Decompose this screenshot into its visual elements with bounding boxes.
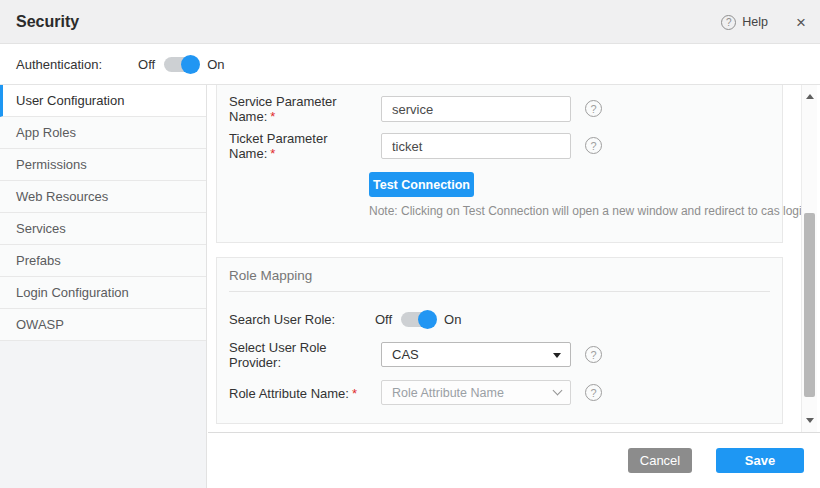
window-header: Security ? Help ×: [0, 0, 820, 44]
user-role-provider-value: CAS: [392, 347, 419, 362]
ticket-parameter-input[interactable]: [381, 133, 571, 159]
scroll-down-icon[interactable]: [806, 418, 814, 423]
ticket-parameter-help[interactable]: ?: [585, 137, 602, 154]
sidebar-item-prefabs[interactable]: Prefabs: [0, 245, 206, 277]
role-mapping-title: Role Mapping: [229, 268, 312, 283]
user-role-provider-label: Select User Role Provider:: [229, 340, 369, 370]
sidebar-item-login-configuration[interactable]: Login Configuration: [0, 277, 206, 309]
sidebar-item-permissions[interactable]: Permissions: [0, 149, 206, 181]
help-circle-icon: ?: [585, 100, 602, 117]
authentication-bar: Authentication: Off On: [0, 44, 820, 85]
search-user-role-toggle[interactable]: [401, 312, 435, 327]
authentication-toggle[interactable]: [164, 57, 198, 72]
search-user-role-label: Search User Role:: [229, 312, 369, 327]
sidebar-item-app-roles[interactable]: App Roles: [0, 117, 206, 149]
required-mark: *: [352, 386, 357, 401]
help-circle-icon: ?: [585, 137, 602, 154]
close-icon[interactable]: ×: [796, 14, 806, 31]
user-role-provider-select[interactable]: CAS: [381, 342, 571, 367]
role-mapping-panel: Role Mapping Search User Role: Off On Se…: [216, 257, 783, 424]
help-circle-icon[interactable]: ?: [721, 15, 736, 30]
role-attribute-input[interactable]: [381, 380, 571, 405]
search-user-role-on-label: On: [444, 312, 461, 327]
vertical-scrollbar[interactable]: [801, 85, 817, 432]
required-mark: *: [270, 146, 275, 161]
help-link[interactable]: Help: [742, 15, 768, 29]
required-mark: *: [270, 109, 275, 124]
help-circle-icon: ?: [585, 346, 602, 363]
service-parameter-input[interactable]: [381, 96, 571, 122]
sidebar-item-services[interactable]: Services: [0, 213, 206, 245]
save-button[interactable]: Save: [716, 448, 804, 473]
role-attribute-help[interactable]: ?: [585, 384, 602, 401]
test-connection-note: Note: Clicking on Test Connection will o…: [369, 204, 808, 218]
ticket-parameter-label: Ticket Parameter Name:*: [229, 131, 369, 161]
scroll-up-icon[interactable]: [806, 94, 814, 99]
page-title: Security: [16, 13, 79, 31]
search-user-role-off-label: Off: [375, 312, 392, 327]
role-attribute-label: Role Attribute Name:*: [229, 386, 369, 401]
sidebar-item-web-resources[interactable]: Web Resources: [0, 181, 206, 213]
sidebar-item-user-configuration[interactable]: User Configuration: [0, 85, 206, 117]
footer-bar: Cancel Save: [208, 432, 820, 488]
user-role-provider-help[interactable]: ?: [585, 346, 602, 363]
service-parameter-help[interactable]: ?: [585, 100, 602, 117]
divider: [229, 291, 770, 292]
service-parameter-label: Service Parameter Name:*: [229, 94, 369, 124]
help-circle-icon: ?: [585, 384, 602, 401]
toggle-knob: [181, 55, 200, 74]
cancel-button[interactable]: Cancel: [628, 448, 692, 473]
scrollbar-thumb[interactable]: [804, 213, 815, 397]
authentication-on-label: On: [207, 57, 224, 72]
connection-settings-panel: Service Parameter Name:* ? Ticket Parame…: [216, 85, 783, 243]
sidebar: User Configuration App Roles Permissions…: [0, 85, 207, 488]
authentication-label: Authentication:: [16, 57, 102, 72]
content-scroll-area: Service Parameter Name:* ? Ticket Parame…: [208, 85, 820, 432]
authentication-off-label: Off: [138, 57, 155, 72]
dropdown-arrow-icon: [553, 353, 561, 358]
sidebar-item-owasp[interactable]: OWASP: [0, 309, 206, 341]
test-connection-button[interactable]: Test Connection: [369, 172, 474, 197]
toggle-knob: [418, 310, 437, 329]
